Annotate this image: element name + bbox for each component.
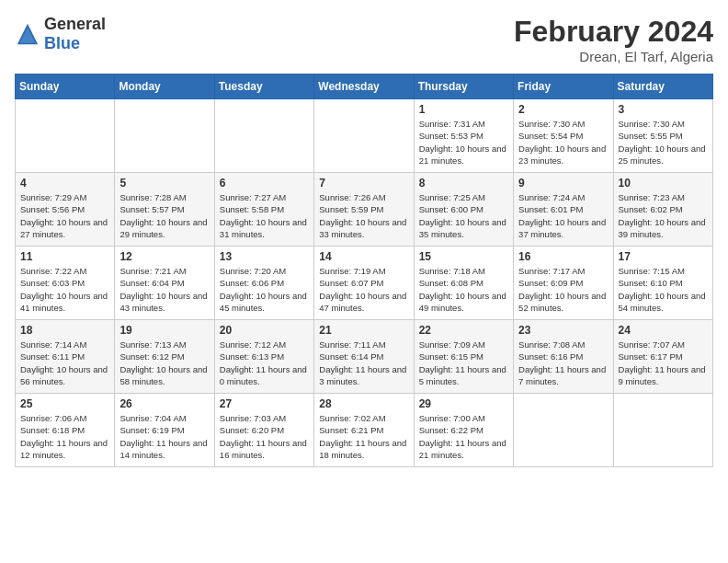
day-info: Sunrise: 7:27 AM Sunset: 5:58 PM Dayligh… (220, 191, 309, 240)
day-info: Sunrise: 7:31 AM Sunset: 5:53 PM Dayligh… (419, 118, 508, 167)
day-info: Sunrise: 7:02 AM Sunset: 6:21 PM Dayligh… (319, 412, 408, 461)
day-number: 20 (220, 324, 309, 337)
calendar-week-1: 1Sunrise: 7:31 AM Sunset: 5:53 PM Daylig… (16, 99, 713, 173)
day-info: Sunrise: 7:24 AM Sunset: 6:01 PM Dayligh… (518, 191, 608, 240)
calendar-cell (115, 99, 214, 173)
day-info: Sunrise: 7:03 AM Sunset: 6:20 PM Dayligh… (220, 412, 309, 461)
calendar-table: SundayMondayTuesdayWednesdayThursdayFrid… (15, 74, 713, 467)
day-info: Sunrise: 7:04 AM Sunset: 6:19 PM Dayligh… (119, 412, 209, 461)
calendar-cell: 5Sunrise: 7:28 AM Sunset: 5:57 PM Daylig… (115, 173, 214, 247)
calendar-week-4: 18Sunrise: 7:14 AM Sunset: 6:11 PM Dayli… (16, 320, 713, 394)
weekday-header-wednesday: Wednesday (314, 75, 414, 99)
calendar-cell: 15Sunrise: 7:18 AM Sunset: 6:08 PM Dayli… (414, 247, 513, 320)
day-info: Sunrise: 7:29 AM Sunset: 5:56 PM Dayligh… (20, 191, 109, 240)
calendar-cell: 14Sunrise: 7:19 AM Sunset: 6:07 PM Dayli… (314, 247, 414, 320)
calendar-cell: 27Sunrise: 7:03 AM Sunset: 6:20 PM Dayli… (214, 394, 313, 467)
day-number: 4 (20, 177, 109, 190)
calendar-cell (613, 394, 712, 467)
title-block: February 2024 Drean, El Tarf, Algeria (514, 15, 713, 64)
day-number: 6 (220, 177, 309, 190)
day-number: 28 (319, 397, 408, 410)
day-info: Sunrise: 7:15 AM Sunset: 6:10 PM Dayligh… (619, 265, 708, 314)
day-info: Sunrise: 7:12 AM Sunset: 6:13 PM Dayligh… (220, 339, 309, 387)
calendar-cell: 26Sunrise: 7:04 AM Sunset: 6:19 PM Dayli… (115, 394, 214, 467)
day-info: Sunrise: 7:26 AM Sunset: 5:59 PM Dayligh… (319, 191, 408, 240)
calendar-cell: 25Sunrise: 7:06 AM Sunset: 6:18 PM Dayli… (16, 394, 115, 467)
day-number: 22 (419, 324, 508, 337)
day-info: Sunrise: 7:19 AM Sunset: 6:07 PM Dayligh… (319, 265, 408, 314)
day-number: 5 (119, 177, 209, 190)
calendar-cell: 23Sunrise: 7:08 AM Sunset: 6:16 PM Dayli… (514, 320, 613, 394)
day-info: Sunrise: 7:22 AM Sunset: 6:03 PM Dayligh… (20, 265, 109, 314)
calendar-cell (16, 99, 115, 173)
day-number: 16 (518, 250, 608, 263)
logo-blue: Blue (44, 34, 80, 52)
calendar-cell: 3Sunrise: 7:30 AM Sunset: 5:55 PM Daylig… (613, 99, 712, 173)
weekday-header-row: SundayMondayTuesdayWednesdayThursdayFrid… (16, 75, 713, 99)
day-number: 24 (619, 324, 708, 337)
day-info: Sunrise: 7:18 AM Sunset: 6:08 PM Dayligh… (419, 265, 508, 314)
day-number: 2 (518, 103, 608, 116)
logo-general: General (44, 15, 106, 33)
day-number: 7 (319, 177, 408, 190)
day-info: Sunrise: 7:17 AM Sunset: 6:09 PM Dayligh… (518, 265, 608, 314)
day-number: 18 (20, 324, 109, 337)
calendar-cell: 8Sunrise: 7:25 AM Sunset: 6:00 PM Daylig… (414, 173, 513, 247)
calendar-cell: 11Sunrise: 7:22 AM Sunset: 6:03 PM Dayli… (16, 247, 115, 320)
day-number: 14 (319, 250, 408, 263)
location-title: Drean, El Tarf, Algeria (514, 49, 713, 64)
calendar-cell (314, 99, 414, 173)
month-title: February 2024 (514, 15, 713, 49)
calendar-cell: 1Sunrise: 7:31 AM Sunset: 5:53 PM Daylig… (414, 99, 513, 173)
day-number: 13 (220, 250, 309, 263)
calendar-cell: 7Sunrise: 7:26 AM Sunset: 5:59 PM Daylig… (314, 173, 414, 247)
calendar-cell (514, 394, 613, 467)
day-info: Sunrise: 7:07 AM Sunset: 6:17 PM Dayligh… (619, 339, 708, 387)
weekday-header-saturday: Saturday (613, 75, 712, 99)
calendar-cell: 20Sunrise: 7:12 AM Sunset: 6:13 PM Dayli… (214, 320, 313, 394)
day-number: 23 (518, 324, 608, 337)
logo-icon (15, 21, 40, 47)
day-info: Sunrise: 7:08 AM Sunset: 6:16 PM Dayligh… (518, 339, 608, 387)
day-info: Sunrise: 7:11 AM Sunset: 6:14 PM Dayligh… (319, 339, 408, 387)
weekday-header-sunday: Sunday (16, 75, 115, 99)
day-number: 27 (220, 397, 309, 410)
weekday-header-monday: Monday (115, 75, 214, 99)
calendar-cell: 4Sunrise: 7:29 AM Sunset: 5:56 PM Daylig… (16, 173, 115, 247)
calendar-cell: 13Sunrise: 7:20 AM Sunset: 6:06 PM Dayli… (214, 247, 313, 320)
day-info: Sunrise: 7:14 AM Sunset: 6:11 PM Dayligh… (20, 339, 109, 387)
calendar-cell: 29Sunrise: 7:00 AM Sunset: 6:22 PM Dayli… (414, 394, 513, 467)
calendar-cell (214, 99, 313, 173)
day-number: 17 (619, 250, 708, 263)
day-info: Sunrise: 7:25 AM Sunset: 6:00 PM Dayligh… (419, 191, 508, 240)
day-number: 9 (518, 177, 608, 190)
calendar-week-2: 4Sunrise: 7:29 AM Sunset: 5:56 PM Daylig… (16, 173, 713, 247)
calendar-cell: 6Sunrise: 7:27 AM Sunset: 5:58 PM Daylig… (214, 173, 313, 247)
calendar-cell: 24Sunrise: 7:07 AM Sunset: 6:17 PM Dayli… (613, 320, 712, 394)
day-info: Sunrise: 7:06 AM Sunset: 6:18 PM Dayligh… (20, 412, 109, 461)
calendar-cell: 19Sunrise: 7:13 AM Sunset: 6:12 PM Dayli… (115, 320, 214, 394)
day-number: 21 (319, 324, 408, 337)
calendar-cell: 9Sunrise: 7:24 AM Sunset: 6:01 PM Daylig… (514, 173, 613, 247)
weekday-header-friday: Friday (514, 75, 613, 99)
day-info: Sunrise: 7:21 AM Sunset: 6:04 PM Dayligh… (119, 265, 209, 314)
day-info: Sunrise: 7:23 AM Sunset: 6:02 PM Dayligh… (619, 191, 708, 240)
calendar-cell: 18Sunrise: 7:14 AM Sunset: 6:11 PM Dayli… (16, 320, 115, 394)
day-number: 10 (619, 177, 708, 190)
day-info: Sunrise: 7:00 AM Sunset: 6:22 PM Dayligh… (419, 412, 508, 461)
day-number: 1 (419, 103, 508, 116)
calendar-cell: 17Sunrise: 7:15 AM Sunset: 6:10 PM Dayli… (613, 247, 712, 320)
logo: General Blue (15, 15, 106, 53)
day-number: 29 (419, 397, 508, 410)
calendar-cell: 22Sunrise: 7:09 AM Sunset: 6:15 PM Dayli… (414, 320, 513, 394)
day-number: 19 (119, 324, 209, 337)
calendar-cell: 12Sunrise: 7:21 AM Sunset: 6:04 PM Dayli… (115, 247, 214, 320)
calendar-cell: 16Sunrise: 7:17 AM Sunset: 6:09 PM Dayli… (514, 247, 613, 320)
calendar-cell: 10Sunrise: 7:23 AM Sunset: 6:02 PM Dayli… (613, 173, 712, 247)
day-info: Sunrise: 7:28 AM Sunset: 5:57 PM Dayligh… (119, 191, 209, 240)
page-header: General Blue February 2024 Drean, El Tar… (15, 15, 713, 64)
day-number: 25 (20, 397, 109, 410)
calendar-cell: 21Sunrise: 7:11 AM Sunset: 6:14 PM Dayli… (314, 320, 414, 394)
day-info: Sunrise: 7:20 AM Sunset: 6:06 PM Dayligh… (220, 265, 309, 314)
day-number: 11 (20, 250, 109, 263)
